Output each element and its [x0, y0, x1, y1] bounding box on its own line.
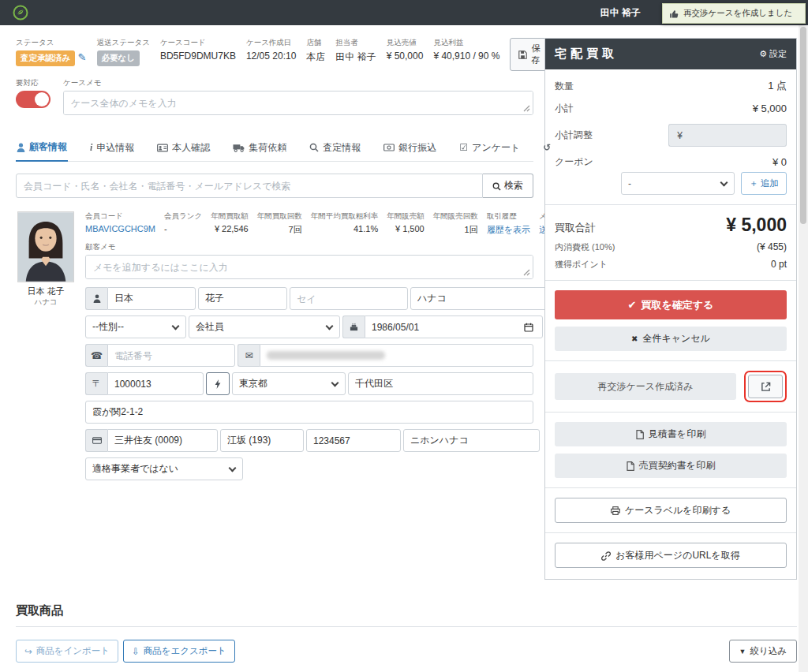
printer-icon [611, 505, 620, 516]
bank-name-field[interactable] [107, 429, 218, 452]
tax-value: (¥ 455) [757, 241, 787, 253]
person-icon [85, 287, 107, 310]
email-field[interactable] [260, 344, 533, 367]
postal-code-field[interactable] [107, 372, 204, 395]
cross-icon: ✖ [631, 334, 638, 343]
edit-status-icon[interactable]: ✎ [78, 51, 87, 63]
filter-icon: ▼ [739, 648, 746, 655]
floppy-icon [518, 50, 527, 60]
toast-notification: 再交渉ケースを作成しました [662, 3, 806, 24]
tab-bank-transfer[interactable]: 銀行振込 [383, 133, 437, 161]
open-renegotiation-case-button[interactable] [748, 375, 783, 398]
toast-text: 再交渉ケースを作成しました [683, 8, 792, 19]
occupation-select[interactable]: 会社員 [189, 315, 340, 338]
coupon-select[interactable]: - [621, 172, 735, 195]
document-icon [636, 429, 644, 440]
gear-icon: ⚙ [759, 49, 767, 59]
customer-stats: 会員コードMBAVICGCHC9M 会員ランク- 年間買取額¥ 22,546 年… [85, 211, 533, 236]
import-items-button[interactable]: ↪商品をインポート [16, 640, 118, 663]
need-action-toggle[interactable] [16, 91, 50, 108]
tab-identity-verification[interactable]: 本人確認 [156, 133, 211, 161]
quantity-value: 1 点 [768, 79, 787, 93]
postal-lookup-bolt-button[interactable] [206, 372, 230, 395]
kana-last-field[interactable] [290, 287, 408, 310]
bank-branch-field[interactable] [220, 429, 304, 452]
street-address-field[interactable] [85, 401, 533, 424]
purchase-items-section: 買取商品 ↪商品をインポート ⇩商品をエクスポート ▼絞り込み ✎ カウボーイビ… [0, 603, 808, 672]
status-label: ステータス [16, 38, 87, 48]
gender-select[interactable]: --性別-- [85, 315, 186, 338]
tab-customer-info[interactable]: 顧客情報 [16, 133, 68, 162]
export-items-button[interactable]: ⇩商品をエクスポート [123, 640, 235, 663]
first-name-field[interactable] [198, 287, 287, 310]
print-quote-button[interactable]: 見積書を印刷 [555, 422, 787, 446]
points-value: 0 pt [771, 259, 787, 271]
birthday-field[interactable] [365, 315, 543, 338]
subtotal-value: ¥ 5,000 [753, 103, 787, 114]
tab-survey[interactable]: ☑ アンケート [458, 133, 521, 161]
purchase-summary-panel: 宅配買取 ⚙設定 数量1 点 小計¥ 5,000 小計調整 ¥ クーポン¥ 0 … [544, 38, 797, 580]
cancel-all-button[interactable]: ✖全件キャンセル [555, 327, 787, 351]
history-link[interactable]: 履歴を表示 [487, 224, 530, 236]
case-code: BD5FD9DMU7KB [160, 50, 236, 62]
top-navbar: 田中 裕子 再交渉ケースを作成しました [0, 0, 808, 25]
return-status-label: 返送ステータス [97, 38, 150, 48]
prefecture-select[interactable]: 東京都 [232, 372, 346, 395]
member-search-button[interactable]: 検索 [483, 174, 533, 198]
import-icon: ↪ [24, 646, 32, 657]
kana-first-field[interactable] [410, 287, 547, 310]
thumbs-up-icon [669, 8, 679, 18]
phone-icon: ☎ [85, 344, 107, 367]
banknote-icon [383, 144, 395, 151]
invoice-qualification-select[interactable]: 適格事業者ではない [85, 457, 243, 480]
customer-memo-input[interactable] [85, 255, 533, 279]
phone-field[interactable] [107, 344, 235, 367]
settings-button[interactable]: ⚙設定 [759, 48, 787, 60]
print-case-label-button[interactable]: ケースラベルを印刷する [555, 498, 787, 523]
calendar-icon[interactable] [524, 322, 533, 333]
confirm-purchase-button[interactable]: ✔買取を確定する [555, 290, 787, 319]
bank-card-icon [85, 429, 107, 452]
customer-name: 日本 花子 [16, 286, 76, 297]
save-button[interactable]: 保存 [510, 38, 548, 71]
filter-button[interactable]: ▼絞り込み [729, 640, 797, 663]
page-scrollbar[interactable] [799, 25, 808, 672]
print-contract-button[interactable]: 売買契約書を印刷 [555, 454, 787, 478]
customer-url-button[interactable]: お客様用ページのURLを取得 [555, 543, 787, 568]
account-holder-field[interactable] [403, 429, 540, 452]
tab-bar: 顧客情報 i 申込情報 本人確認 集荷依頼 査定情報 銀行振込 ☑ アンケート … [16, 133, 533, 162]
customer-panel: 日本 花子 ハナコ 会員コードMBAVICGCHC9M 会員ランク- 年間買取額… [16, 211, 533, 480]
id-card-icon [157, 144, 168, 152]
current-user[interactable]: 田中 裕子 [600, 6, 641, 20]
subtotal-adjust-input[interactable] [690, 124, 787, 147]
postal-mark-icon: 〒 [85, 372, 107, 395]
store-name: 本店 [306, 50, 325, 64]
case-created: 12/05 20:10 [246, 50, 296, 62]
coupon-value: ¥ 0 [772, 156, 787, 168]
expected-sell-value: ¥ 50,000 [387, 50, 424, 62]
person-icon [17, 143, 25, 152]
last-name-field[interactable] [107, 287, 196, 310]
customer-photo [17, 211, 74, 282]
customer-memo-label: 顧客メモ [85, 242, 533, 252]
export-icon: ⇩ [132, 646, 140, 657]
city-field[interactable] [348, 372, 533, 395]
case-memo-input[interactable] [63, 91, 533, 115]
panel-title: 宅配買取 [555, 47, 618, 62]
magnifier-icon [309, 143, 319, 152]
case-header: ステータス 査定承認済み ✎ 返送ステータス 必要なし ケースコード BD5FD… [16, 38, 533, 71]
check-icon: ✔ [628, 299, 637, 311]
need-action-label: 要対応 [16, 78, 50, 88]
app-logo-leaf-icon[interactable] [13, 5, 28, 21]
add-coupon-button[interactable]: ＋ 追加 [741, 172, 787, 195]
member-code-link[interactable]: MBAVICGCHC9M [85, 224, 155, 233]
purchase-total-value: ¥ 5,000 [726, 215, 787, 236]
account-number-field[interactable] [306, 429, 401, 452]
member-search-input[interactable] [16, 174, 483, 198]
tab-pickup-request[interactable]: 集荷依頼 [232, 133, 287, 161]
link-icon [601, 550, 611, 561]
mail-icon: ✉ [238, 344, 260, 367]
status-badge: 査定承認済み [16, 50, 75, 66]
tab-application-info[interactable]: i 申込情報 [89, 133, 135, 161]
tab-appraisal-info[interactable]: 査定情報 [309, 133, 361, 161]
